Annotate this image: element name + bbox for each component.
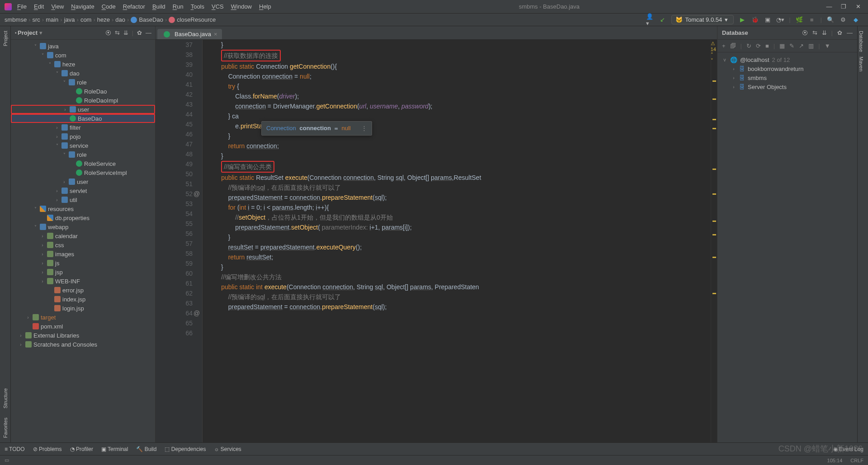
tree-WEBINF[interactable]: ›WEB-INF	[11, 277, 155, 286]
expand-icon[interactable]: ⇆	[115, 29, 120, 36]
datasource-icon[interactable]: 🗐	[730, 42, 736, 49]
fold-gutter[interactable]	[194, 40, 203, 442]
status-dependencies[interactable]: ⬚ Dependencies	[165, 446, 206, 452]
close-button[interactable]: ✕	[853, 3, 863, 10]
tree-calendar[interactable]: ›calendar	[11, 231, 155, 240]
tree-target[interactable]: ›target	[11, 313, 155, 322]
run-config-selector[interactable]: 🐱 Tomcat 9.0.54 ▾	[671, 15, 734, 24]
tree-images[interactable]: ›images	[11, 249, 155, 258]
tree-util[interactable]: ›util	[11, 195, 155, 204]
tree-user[interactable]: ›user	[11, 177, 155, 186]
error-stripe[interactable]: ⚠ 14 ˄ ˅	[711, 40, 717, 442]
tree-RoleDao[interactable]: RoleDao	[11, 87, 155, 96]
crumb-com[interactable]: com	[80, 16, 92, 23]
updates-icon[interactable]: ◆	[852, 16, 860, 24]
edit-icon[interactable]: ✎	[789, 42, 794, 49]
rail-maven[interactable]: Maven	[859, 56, 864, 71]
tree-user[interactable]: ›user	[11, 105, 155, 114]
collapse-icon[interactable]: ⇊	[822, 29, 827, 36]
tree-com[interactable]: ˅com	[11, 51, 155, 60]
table-icon[interactable]: ▦	[779, 42, 785, 49]
tree-servlet[interactable]: ›servlet	[11, 186, 155, 195]
rail-database[interactable]: Database	[859, 31, 864, 52]
status-services[interactable]: ☼ Services	[214, 446, 241, 452]
menu-navigate[interactable]: Navigate	[71, 3, 94, 10]
menu-view[interactable]: View	[51, 3, 64, 10]
vcs-update-icon[interactable]: ↙	[659, 16, 667, 24]
crumb-closeResource[interactable]: closeResource	[169, 16, 216, 23]
chevron-down-icon[interactable]: ▾	[39, 29, 42, 36]
expand-icon[interactable]: ⇆	[812, 29, 817, 36]
line-gutter[interactable]: 3738394041424344454647484950515253545556…	[156, 40, 194, 442]
tree-webapp[interactable]: ˅webapp	[11, 222, 155, 231]
tab-basedao[interactable]: BaseDao.java ×	[157, 29, 222, 39]
project-title[interactable]: Project	[18, 29, 38, 36]
crumb-java[interactable]: java	[64, 16, 75, 23]
tree-RoleDaoImpl[interactable]: RoleDaoImpl	[11, 96, 155, 105]
menu-refactor[interactable]: Refactor	[123, 3, 145, 10]
crumb-BaseDao[interactable]: BaseDao	[131, 16, 163, 23]
tree-heze[interactable]: ˅heze	[11, 60, 155, 69]
tree-resources[interactable]: ˅resources	[11, 204, 155, 213]
status-build[interactable]: 🔨 Build	[136, 446, 156, 452]
collapse-icon[interactable]: ⇊	[123, 29, 128, 36]
crumb-src[interactable]: src	[32, 16, 40, 23]
sync-icon[interactable]: ⟳	[756, 42, 761, 49]
settings-icon[interactable]: ⚙	[839, 16, 847, 24]
console-icon[interactable]: ▥	[808, 42, 814, 49]
refresh-icon[interactable]: ↻	[746, 42, 751, 49]
tree-jsp[interactable]: ›jsp	[11, 268, 155, 277]
tree-RoleServiceImpl[interactable]: RoleServiceImpl	[11, 168, 155, 177]
menu-window[interactable]: Window	[231, 3, 252, 10]
stop-icon[interactable]: ■	[765, 42, 769, 49]
debug-button[interactable]: 🐞	[751, 16, 759, 24]
crumb-smbmse[interactable]: smbmse	[5, 16, 27, 23]
tree-RoleService[interactable]: RoleService	[11, 159, 155, 168]
tree-filter[interactable]: ›filter	[11, 123, 155, 132]
tree-BaseDao[interactable]: BaseDao	[11, 114, 155, 123]
db-item-bookborrowandreturn[interactable]: ›🗄bookborrowandreturn	[722, 64, 853, 73]
users-icon[interactable]: 👤▾	[646, 16, 654, 24]
crumb-heze[interactable]: heze	[97, 16, 110, 23]
tree-css[interactable]: ›css	[11, 240, 155, 249]
crumb-dao[interactable]: dao	[115, 16, 125, 23]
locate-icon[interactable]: ⦿	[105, 29, 111, 36]
tree-java[interactable]: ˅java	[11, 42, 155, 51]
filter-icon[interactable]: ▼	[825, 42, 830, 49]
menu-vcs[interactable]: VCS	[212, 3, 224, 10]
tree-js[interactable]: ›js	[11, 258, 155, 268]
rail-project[interactable]: Project	[3, 31, 8, 46]
menu-build[interactable]: Build	[152, 3, 165, 10]
status-todo[interactable]: ≡ TODO	[5, 446, 25, 452]
code-editor[interactable]: } //获取数据库的连接 public static Connection ge…	[203, 40, 711, 442]
status-terminal[interactable]: ▣ Terminal	[101, 446, 128, 452]
tree-pojo[interactable]: ›pojo	[11, 132, 155, 141]
status-problems[interactable]: ⊘ Problems	[33, 446, 62, 452]
gear-icon[interactable]: ✿	[137, 29, 142, 36]
status-profiler[interactable]: ◔ Profiler	[70, 446, 93, 452]
add-icon[interactable]: +	[722, 42, 726, 49]
database-tree[interactable]: v🌐 @localhost 2 of 12 ›🗄bookborrowandret…	[717, 52, 857, 94]
tree-role[interactable]: ˅role	[11, 150, 155, 159]
menu-file[interactable]: File	[17, 3, 27, 10]
line-ending[interactable]: CRLF	[850, 458, 863, 463]
menu-help[interactable]: Help	[259, 3, 271, 10]
menu-code[interactable]: Code	[102, 3, 116, 10]
stop-button[interactable]: ■	[808, 16, 816, 24]
minimize-button[interactable]: —	[824, 3, 835, 10]
locate-icon[interactable]: ⦿	[802, 29, 808, 36]
close-tab-icon[interactable]: ×	[214, 31, 217, 38]
maximize-button[interactable]: ❐	[838, 3, 849, 10]
hide-icon[interactable]: —	[847, 29, 853, 36]
tree-errorjsp[interactable]: error.jsp	[11, 286, 155, 295]
tree-dbproperties[interactable]: db.properties	[11, 213, 155, 222]
tree-dao[interactable]: ˅dao	[11, 69, 155, 78]
warning-indicator[interactable]: ⚠ 14 ˄ ˅	[711, 41, 716, 64]
crumb-main[interactable]: main	[46, 16, 58, 23]
tree-service[interactable]: ˅service	[11, 141, 155, 150]
db-item-Server Objects[interactable]: ›🗄Server Objects	[722, 82, 853, 91]
db-host[interactable]: v🌐 @localhost 2 of 12	[722, 55, 853, 64]
jump-icon[interactable]: ↗	[799, 42, 804, 49]
hide-icon[interactable]: —	[146, 29, 151, 36]
gear-icon[interactable]: ✿	[837, 29, 842, 36]
